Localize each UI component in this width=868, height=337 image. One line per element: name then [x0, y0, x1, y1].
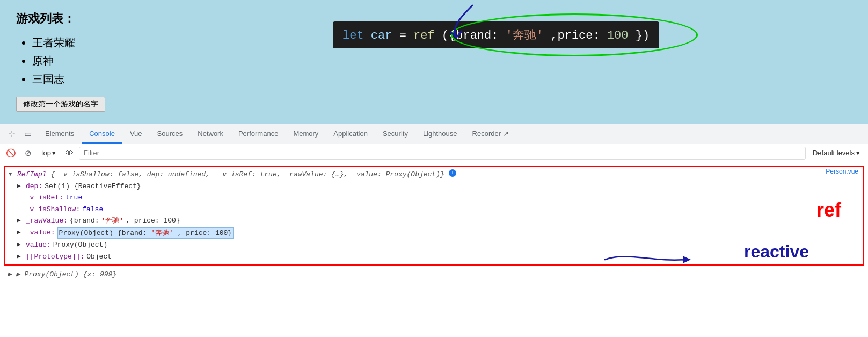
code-paren: ({brand:: [442, 29, 499, 42]
value-val-highlight: Proxy(Object) {brand: '奔驰' , price: 100}: [57, 227, 234, 239]
expand-toggle[interactable]: ▼: [9, 170, 15, 179]
prototype-val: Object: [86, 252, 112, 262]
list-item: 原神: [32, 52, 852, 70]
dep-line: ▶ dep: Set(1) {ReactiveEffect}: [9, 181, 859, 192]
value-toggle[interactable]: ▶: [17, 228, 24, 237]
value-line: ▶ _value: Proxy(Object) {brand: '奔驰' , p…: [9, 227, 859, 240]
code-str: '奔驰': [506, 29, 543, 42]
dep-val: Set(1) {ReactiveEffect}: [45, 181, 141, 192]
value2-line: ▶ value: Proxy(Object): [9, 239, 859, 251]
chevron-down-icon: ▾: [856, 149, 860, 157]
tab-elements[interactable]: Elements: [38, 124, 82, 144]
tab-lighthouse[interactable]: Lighthouse: [415, 124, 465, 144]
devtools-icon-group: ⊹ ▭: [4, 126, 35, 141]
console-content: ▼ RefImpl {__v_isShallow: false, dep: un…: [0, 162, 868, 321]
tab-application[interactable]: Application: [326, 124, 375, 144]
reactive-annotation: reactive: [744, 242, 809, 262]
proxy-text: ▶ Proxy(Object) {x: 999}: [16, 270, 116, 278]
device-icon[interactable]: ▭: [20, 126, 35, 141]
visshallow-val: false: [82, 204, 103, 215]
tab-security[interactable]: Security: [375, 124, 415, 144]
prototype-key: [[Prototype]]:: [26, 252, 84, 262]
visref-val: true: [65, 192, 82, 203]
default-levels-label: Default levels: [813, 149, 855, 157]
clear-console-button[interactable]: 🚫: [3, 146, 18, 161]
console-toolbar-left: 🚫 ⊘: [3, 146, 35, 161]
refimpl-class: RefImpl: [17, 170, 50, 178]
code-var: car: [371, 29, 399, 42]
ref-annotation: ref: [816, 199, 841, 221]
rawvalue-brand: '奔驰': [101, 216, 124, 226]
rawvalue-line: ▶ _rawValue: {brand: '奔驰' , price: 100}: [9, 215, 859, 227]
code-annotation-box: let car = ref ({brand: '奔驰' ,price: 100 …: [333, 21, 659, 48]
top-label: top: [41, 149, 51, 157]
refimpl-props: {__v_isShallow: false, dep: undefined, _…: [50, 170, 444, 178]
prototype-toggle[interactable]: ▶: [17, 252, 24, 261]
filter-input[interactable]: [79, 147, 806, 160]
block-icon[interactable]: ⊘: [20, 146, 35, 161]
visshallow-key: __v_isShallow:: [21, 204, 80, 215]
list-item: 三国志: [32, 70, 852, 88]
dropdown-arrow: ▾: [52, 149, 56, 157]
visref-line: __v_isRef: true: [9, 192, 859, 204]
tab-console[interactable]: Console: [82, 124, 122, 144]
log-header-line: ▼ RefImpl {__v_isShallow: false, dep: un…: [9, 169, 859, 181]
source-link[interactable]: Person.vue: [826, 167, 858, 176]
top-context-select[interactable]: top ▾: [38, 147, 60, 159]
preview-area: 游戏列表： 王者荣耀 原神 三国志 修改第一个游戏的名字 let car = r…: [0, 0, 868, 124]
code-num: 100: [607, 29, 629, 42]
value2-key: value:: [26, 240, 51, 250]
default-levels-button[interactable]: Default levels ▾: [808, 147, 865, 159]
visshallow-line: __v_isShallow: false: [9, 204, 859, 216]
tab-vue[interactable]: Vue: [122, 124, 150, 144]
tab-recorder[interactable]: Recorder ↗: [465, 124, 516, 144]
code-fn: ref: [413, 29, 435, 42]
log-header-text: RefImpl {__v_isShallow: false, dep: unde…: [17, 169, 444, 180]
eye-icon[interactable]: 👁: [62, 146, 77, 161]
dep-toggle[interactable]: ▶: [17, 182, 24, 191]
rawvalue-key: _rawValue:: [26, 216, 68, 226]
proxy-bottom-line: ▶ ▶ Proxy(Object) {x: 999}: [0, 269, 868, 279]
code-close: }): [636, 29, 650, 42]
modify-game-button[interactable]: 修改第一个游戏的名字: [16, 97, 105, 112]
devtools-tabs-bar: ⊹ ▭ Elements Console Vue Sources Network…: [0, 124, 868, 144]
value2-toggle[interactable]: ▶: [17, 240, 24, 249]
tab-network[interactable]: Network: [190, 124, 231, 144]
code-keyword: let: [342, 29, 364, 42]
tab-performance[interactable]: Performance: [231, 124, 286, 144]
value-price: , price: 100}: [178, 229, 232, 237]
rawvalue-val: {brand:: [70, 216, 99, 226]
console-toolbar: 🚫 ⊘ top ▾ 👁 Default levels ▾: [0, 144, 868, 162]
code-comma: ,price:: [550, 29, 600, 42]
prototype-line: ▶ [[Prototype]]: Object: [9, 251, 859, 263]
value2-val: Proxy(Object): [53, 240, 107, 250]
value-brand: '奔驰': [151, 229, 173, 237]
value-proxy: Proxy(Object) {brand:: [59, 229, 151, 237]
log-area: ▼ RefImpl {__v_isShallow: false, dep: un…: [4, 166, 864, 266]
tab-sources[interactable]: Sources: [150, 124, 191, 144]
dep-key: dep:: [26, 181, 42, 192]
info-icon[interactable]: i: [449, 169, 456, 177]
code-eq: =: [399, 29, 413, 42]
inspect-icon[interactable]: ⊹: [4, 126, 19, 141]
visref-key: __v_isRef:: [21, 192, 63, 203]
rawvalue-toggle[interactable]: ▶: [17, 216, 24, 225]
rawvalue-price: , price: 100}: [126, 216, 180, 226]
tab-memory[interactable]: Memory: [286, 124, 326, 144]
value-key: _value:: [26, 227, 55, 238]
proxy-toggle[interactable]: ▶: [8, 270, 12, 278]
